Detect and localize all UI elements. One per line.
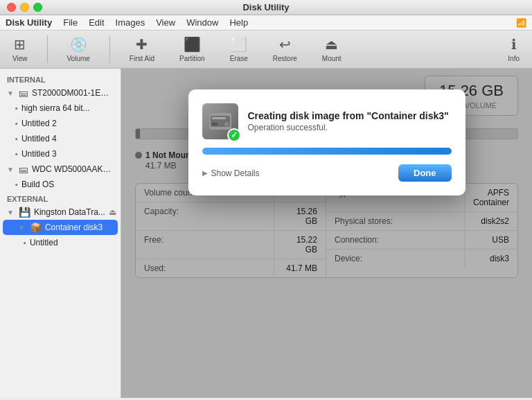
menu-bar: Disk Utility File Edit Images View Windo…: [0, 15, 532, 31]
modal-header: ✓ Creating disk image from "Container di…: [202, 103, 452, 139]
menu-view[interactable]: View: [156, 17, 175, 28]
drive-icon-st2000: 🖴: [19, 87, 28, 98]
sidebar-label-untitled4: Untitled 4: [21, 134, 57, 144]
toolbar-sep-2: [109, 35, 110, 63]
partition-button[interactable]: ⬛ Partition: [174, 35, 211, 64]
sidebar-label-wdc: WDC WD5000AAKX...: [32, 164, 115, 174]
modal-progress-fill: [202, 148, 452, 155]
volume-icon-untitled2: ▪: [15, 119, 18, 128]
menu-images[interactable]: Images: [116, 17, 145, 28]
maximize-button[interactable]: [33, 3, 42, 12]
expand-arrow-container: ▼: [18, 224, 25, 232]
modal-disk-icon-wrapper: ✓: [202, 103, 238, 139]
modal-dialog: ✓ Creating disk image from "Container di…: [188, 89, 466, 195]
volume-icon-highsierra: ▪: [15, 104, 18, 112]
restore-button[interactable]: ↩ Restore: [267, 35, 303, 64]
sidebar-label-buildos: Build OS: [21, 180, 54, 189]
success-check-icon: ✓: [227, 128, 241, 142]
svg-point-3: [224, 122, 229, 126]
sidebar-item-untitled2[interactable]: ▪ Untitled 2: [0, 116, 121, 131]
info-button[interactable]: ℹ Info: [502, 35, 525, 64]
sidebar-external-header: External: [0, 192, 121, 205]
sidebar-label-untitled2: Untitled 2: [21, 119, 57, 128]
svg-rect-2: [212, 123, 218, 125]
info-label: Info: [508, 55, 520, 62]
volume-label: Volume: [67, 55, 90, 62]
view-icon: ⊞: [14, 36, 26, 53]
mount-icon: ⏏: [325, 36, 338, 53]
mount-button[interactable]: ⏏ Mount: [317, 35, 347, 64]
show-details-toggle[interactable]: ▶ Show Details: [202, 168, 260, 178]
sidebar-label-kingston: Kingston DataTra...: [34, 207, 105, 217]
erase-icon: ⬜: [230, 36, 247, 53]
expand-arrow-kingston: ▼: [7, 209, 14, 216]
done-button[interactable]: Done: [398, 164, 452, 182]
sidebar-internal-header: Internal: [0, 73, 121, 85]
sidebar-label-untitled3: Untitled 3: [21, 149, 57, 159]
svg-rect-4: [212, 117, 226, 119]
expand-arrow-st2000: ▼: [7, 89, 14, 97]
partition-icon: ⬛: [184, 36, 201, 53]
view-button[interactable]: ⊞ View: [7, 35, 33, 64]
drive-icon-wdc: 🖴: [19, 164, 28, 175]
sidebar-item-buildos[interactable]: ▪ Build OS: [0, 177, 121, 192]
sidebar-item-highsierra[interactable]: ▪ high sierra 64 bit...: [0, 101, 121, 116]
toolbar: ⊞ View 💿 Volume ✚ First Aid ⬛ Partition …: [0, 31, 532, 69]
toolbar-sep-1: [47, 35, 48, 63]
modal-title-group: Creating disk image from "Container disk…: [248, 110, 449, 132]
eject-icon-kingston[interactable]: ⏏: [109, 207, 116, 217]
volume-button[interactable]: 💿 Volume: [62, 35, 96, 64]
sidebar-item-untitled3[interactable]: ▪ Untitled 3: [0, 146, 121, 162]
drive-icon-kingston: 💾: [19, 207, 30, 218]
menu-edit[interactable]: Edit: [89, 17, 104, 28]
partition-label: Partition: [179, 55, 205, 62]
view-label: View: [12, 55, 28, 62]
sidebar-item-st2000[interactable]: ▼ 🖴 ST2000DM001-1ER1...: [0, 85, 121, 101]
sidebar-label-untitled-ext: Untitled: [30, 238, 58, 247]
menu-app-name[interactable]: Disk Utility: [6, 17, 52, 28]
erase-label: Erase: [230, 55, 248, 62]
mount-label: Mount: [322, 55, 342, 62]
modal-progress-bar-container: [202, 148, 452, 155]
modal-overlay: ✓ Creating disk image from "Container di…: [121, 69, 532, 398]
sidebar-item-wdc[interactable]: ▼ 🖴 WDC WD5000AAKX...: [0, 162, 121, 177]
sidebar-item-container-disk3[interactable]: ▼ 📦 Container disk3: [3, 220, 118, 235]
menu-help[interactable]: Help: [229, 17, 248, 28]
sidebar-label-container: Container disk3: [45, 223, 103, 232]
volume-icon-untitled4: ▪: [15, 134, 18, 143]
traffic-lights: [7, 3, 42, 12]
close-button[interactable]: [7, 3, 16, 12]
volume-icon-untitled-ext: ▪: [24, 238, 26, 247]
detail-pane: 15.26 GB ONE VOLUME 1 Not Mounted 41.7 M…: [121, 69, 532, 398]
restore-label: Restore: [273, 55, 297, 62]
minimize-button[interactable]: [20, 3, 29, 12]
show-details-arrow-icon: ▶: [202, 169, 208, 177]
first-aid-button[interactable]: ✚ First Aid: [124, 35, 160, 64]
container-icon: 📦: [30, 222, 42, 233]
info-icon: ℹ: [511, 36, 517, 53]
modal-status-text: Operation successful.: [248, 123, 449, 132]
menu-window[interactable]: Window: [186, 17, 218, 28]
menu-file[interactable]: File: [63, 17, 78, 28]
sidebar-item-kingston[interactable]: ▼ 💾 Kingston DataTra... ⏏: [0, 205, 121, 220]
expand-arrow-wdc: ▼: [7, 166, 14, 173]
first-aid-label: First Aid: [130, 55, 154, 62]
sidebar-item-untitled4[interactable]: ▪ Untitled 4: [0, 131, 121, 146]
sidebar-label-highsierra: high sierra 64 bit...: [21, 103, 90, 113]
first-aid-icon: ✚: [136, 36, 148, 53]
main-content: Internal ▼ 🖴 ST2000DM001-1ER1... ▪ high …: [0, 69, 532, 398]
volume-icon: 💿: [70, 36, 87, 53]
sidebar-label-st2000: ST2000DM001-1ER1...: [32, 88, 115, 98]
volume-icon-buildos: ▪: [15, 180, 18, 189]
erase-button[interactable]: ⬜ Erase: [224, 35, 254, 64]
sidebar: Internal ▼ 🖴 ST2000DM001-1ER1... ▪ high …: [0, 69, 121, 398]
wifi-icon: 📶: [516, 18, 526, 28]
restore-icon: ↩: [279, 36, 291, 53]
volume-icon-untitled3: ▪: [15, 150, 18, 158]
modal-footer: ▶ Show Details Done: [202, 164, 452, 182]
modal-title-text: Creating disk image from "Container disk…: [248, 110, 449, 121]
show-details-label: Show Details: [211, 168, 260, 178]
window-title: Disk Utility: [242, 2, 289, 12]
titlebar: Disk Utility: [0, 0, 532, 15]
sidebar-item-untitled-ext[interactable]: ▪ Untitled: [0, 235, 121, 250]
